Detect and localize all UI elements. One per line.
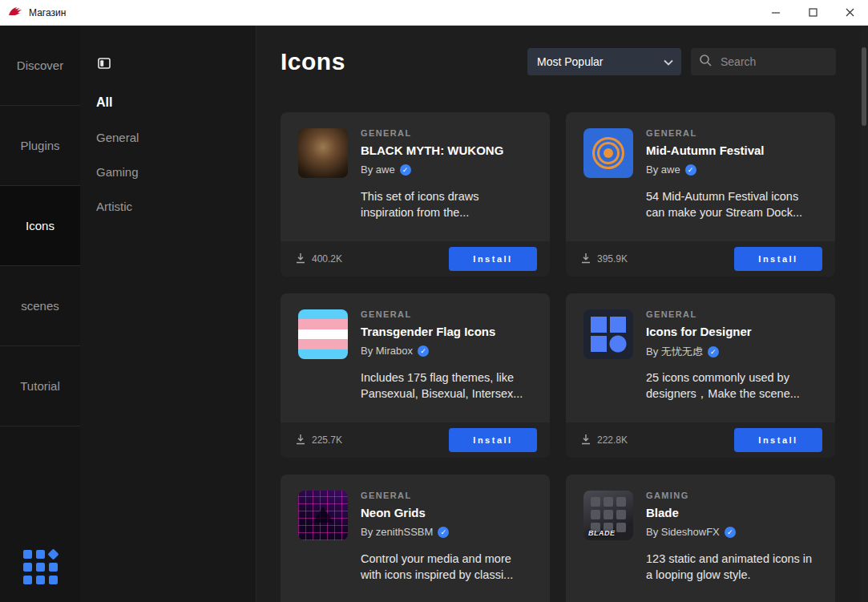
download-count: 222.8K xyxy=(580,434,628,447)
main-content: Icons Most Popular xyxy=(256,26,868,602)
scrollbar-thumb[interactable] xyxy=(862,47,866,126)
icon-pack-card[interactable]: GENERAL Transgender Flag Icons By Mirabo… xyxy=(281,293,550,458)
card-author: By zenithSSBM xyxy=(361,526,433,538)
card-author-row: By awe ✓ xyxy=(646,164,765,176)
category-item-artistic[interactable]: Artistic xyxy=(96,200,256,213)
card-thumbnail xyxy=(298,491,348,540)
card-category: GENERAL xyxy=(646,128,765,138)
card-thumbnail xyxy=(298,309,348,359)
icon-pack-card[interactable]: GENERAL Mid-Autumn Festival By awe ✓ 54 … xyxy=(566,112,835,277)
minimize-button[interactable] xyxy=(757,0,794,25)
card-title: Mid-Autumn Festival xyxy=(646,143,765,157)
category-item-gaming[interactable]: Gaming xyxy=(96,165,256,179)
card-author: By awe xyxy=(361,164,395,176)
verified-icon: ✓ xyxy=(708,346,719,358)
download-count: 225.7K xyxy=(295,434,342,447)
category-panel: All General Gaming Artistic xyxy=(80,26,256,602)
card-title: Icons for Designer xyxy=(646,325,752,338)
card-author-row: By awe ✓ xyxy=(361,164,503,176)
card-title: BLACK MYTH: WUKONG xyxy=(361,143,503,157)
card-category: GENERAL xyxy=(361,491,449,500)
card-author-row: By SideshowFX ✓ xyxy=(646,526,736,538)
primary-sidebar: Discover Plugins Icons scenes Tutorial xyxy=(0,26,80,602)
download-icon xyxy=(295,434,306,447)
card-title: Blade xyxy=(646,506,736,519)
card-thumbnail xyxy=(298,128,348,178)
card-category: GAMING xyxy=(646,491,736,500)
card-author-row: By 无忧无虑 ✓ xyxy=(646,345,752,359)
card-description: 123 static and animated icons in a loopi… xyxy=(646,551,818,583)
window-title: Магазин xyxy=(29,7,66,18)
install-button[interactable]: Install xyxy=(449,247,537,271)
app-logo-icon xyxy=(8,6,22,20)
card-thumbnail: BLADE xyxy=(583,491,633,540)
card-title: Transgender Flag Icons xyxy=(361,325,495,338)
window-titlebar: Магазин xyxy=(0,0,868,26)
card-author-row: By Mirabox ✓ xyxy=(361,345,495,357)
sidebar-item-discover[interactable]: Discover xyxy=(0,26,80,106)
scrollbar-track[interactable] xyxy=(860,26,868,602)
collapse-panel-button[interactable] xyxy=(98,58,111,71)
search-icon xyxy=(699,54,712,70)
card-description: Includes 175 flag themes, like Pansexual… xyxy=(361,370,532,402)
card-category: GENERAL xyxy=(361,309,495,319)
thumbnail-label: BLADE xyxy=(588,529,616,537)
download-icon xyxy=(580,434,591,447)
download-icon xyxy=(295,253,306,266)
card-grid: GENERAL BLACK MYTH: WUKONG By awe ✓ This… xyxy=(281,112,836,602)
page-title: Icons xyxy=(281,48,345,75)
verified-icon: ✓ xyxy=(685,164,696,176)
sort-dropdown-value: Most Popular xyxy=(537,55,603,68)
card-description: Control your media and more with icons i… xyxy=(361,551,532,583)
download-count: 395.9K xyxy=(580,253,628,266)
card-category: GENERAL xyxy=(361,128,503,138)
verified-icon: ✓ xyxy=(725,527,736,538)
card-author: By awe xyxy=(646,164,680,176)
sidebar-item-scenes[interactable]: scenes xyxy=(0,266,80,346)
icon-pack-card[interactable]: GENERAL Icons for Designer By 无忧无虑 ✓ 25 … xyxy=(566,293,835,458)
install-button[interactable]: Install xyxy=(734,428,822,452)
maximize-button[interactable] xyxy=(794,0,831,25)
card-author: By Mirabox xyxy=(361,345,413,357)
card-category: GENERAL xyxy=(646,309,752,319)
card-description: This set of icons draws inspiration from… xyxy=(361,188,532,220)
download-icon xyxy=(580,253,591,266)
sidebar-item-plugins[interactable]: Plugins xyxy=(0,106,80,186)
verified-icon: ✓ xyxy=(400,164,411,176)
search-box xyxy=(691,48,836,75)
install-button[interactable]: Install xyxy=(734,247,822,271)
category-item-all[interactable]: All xyxy=(96,95,256,110)
icon-pack-card[interactable]: GENERAL BLACK MYTH: WUKONG By awe ✓ This… xyxy=(281,112,550,277)
card-description: 54 Mid-Autumn Festival icons can make yo… xyxy=(646,188,818,220)
sidebar-item-icons[interactable]: Icons xyxy=(0,186,80,266)
verified-icon: ✓ xyxy=(418,345,429,357)
category-item-general[interactable]: General xyxy=(96,131,256,144)
apps-grid-icon[interactable] xyxy=(23,550,58,584)
download-count: 400.2K xyxy=(295,253,342,266)
card-title: Neon Grids xyxy=(361,506,449,519)
icon-pack-card[interactable]: BLADE GAMING Blade By SideshowFX ✓ 123 s… xyxy=(566,475,835,602)
card-author: By SideshowFX xyxy=(646,526,720,538)
sort-dropdown[interactable]: Most Popular xyxy=(527,48,681,75)
card-author: By 无忧无虑 xyxy=(646,345,703,359)
card-description: 25 icons commonly used by designers，Make… xyxy=(646,370,818,402)
search-input[interactable] xyxy=(719,55,828,69)
card-thumbnail xyxy=(583,128,633,178)
sidebar-item-tutorial[interactable]: Tutorial xyxy=(0,346,80,426)
collapse-panel-icon xyxy=(98,59,111,71)
icon-pack-card[interactable]: GENERAL Neon Grids By zenithSSBM ✓ Contr… xyxy=(281,475,550,602)
chevron-down-icon xyxy=(664,55,673,68)
install-button[interactable]: Install xyxy=(449,428,537,452)
card-thumbnail xyxy=(583,309,633,359)
card-author-row: By zenithSSBM ✓ xyxy=(361,526,449,538)
verified-icon: ✓ xyxy=(438,527,449,538)
close-button[interactable] xyxy=(831,0,868,25)
